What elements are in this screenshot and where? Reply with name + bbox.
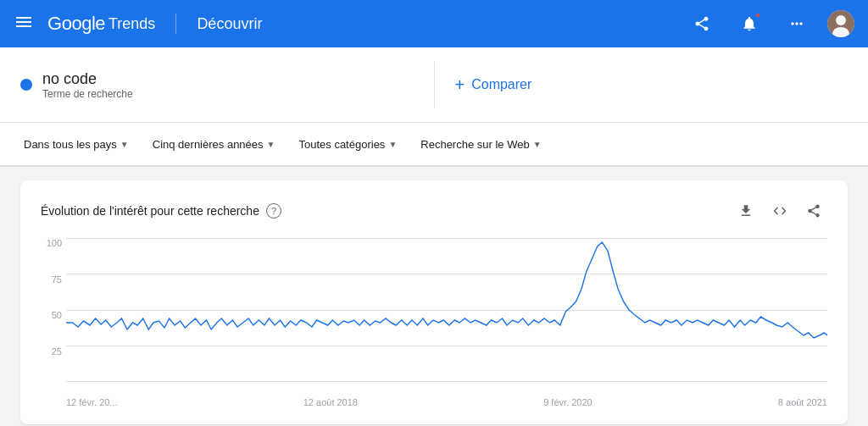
search-term-type: Terme de recherche — [42, 88, 133, 100]
main-content: Évolution de l'intérêt pour cette recher… — [0, 167, 868, 426]
filter-period-label: Cinq dernières années — [153, 138, 264, 151]
y-label-75: 75 — [41, 274, 62, 285]
y-label-100: 100 — [41, 238, 62, 248]
download-button[interactable] — [732, 197, 760, 224]
header-divider — [175, 14, 176, 34]
apps-button[interactable] — [780, 7, 814, 41]
page-title: Découvrir — [197, 15, 262, 33]
y-label-50: 50 — [41, 310, 62, 320]
google-logo-text: Google — [47, 13, 105, 35]
notification-button[interactable] — [732, 7, 766, 41]
header: Google Trends Découvrir — [0, 0, 868, 47]
filter-search-type-label: Recherche sur le Web — [420, 138, 529, 151]
embed-button[interactable] — [766, 197, 793, 224]
svg-point-1 — [836, 15, 846, 25]
filter-period[interactable]: Cinq dernières années ▼ — [142, 131, 286, 158]
google-trends-logo[interactable]: Google Trends — [47, 13, 155, 35]
x-axis: 12 févr. 20... 12 août 2018 9 févr. 2020… — [66, 397, 827, 407]
filter-country-label: Dans tous les pays — [24, 138, 117, 151]
filter-category-label: Toutes catégories — [298, 138, 385, 151]
compare-plus-icon: + — [455, 75, 465, 95]
filter-country[interactable]: Dans tous les pays ▼ — [14, 131, 139, 158]
search-area: no code Terme de recherche + Comparer — [0, 47, 868, 123]
chart-actions — [732, 197, 827, 224]
filter-search-type[interactable]: Recherche sur le Web ▼ — [410, 131, 551, 158]
avatar[interactable] — [827, 10, 854, 37]
filter-period-chevron: ▼ — [267, 140, 275, 149]
x-label-feb2020: 9 févr. 2020 — [543, 397, 593, 407]
filter-search-type-chevron: ▼ — [533, 140, 542, 149]
search-term-info: no code Terme de recherche — [42, 70, 133, 100]
chart-title-area: Évolution de l'intérêt pour cette recher… — [41, 203, 281, 219]
y-label-25: 25 — [41, 346, 62, 357]
menu-icon[interactable] — [14, 12, 34, 36]
search-term-container[interactable]: no code Terme de recherche — [0, 61, 435, 108]
y-axis: 100 75 50 25 — [41, 238, 62, 382]
chart-title: Évolution de l'intérêt pour cette recher… — [41, 204, 259, 218]
x-label-start: 12 févr. 20... — [66, 397, 118, 407]
filter-category[interactable]: Toutes catégories ▼ — [288, 131, 407, 158]
filter-country-chevron: ▼ — [120, 140, 129, 149]
term-color-dot — [20, 79, 32, 91]
trends-text: Trends — [108, 15, 155, 33]
compare-button[interactable]: + Comparer — [435, 69, 869, 102]
chart-line-svg — [66, 238, 827, 382]
chart-header: Évolution de l'intérêt pour cette recher… — [41, 197, 827, 224]
chart-card: Évolution de l'intérêt pour cette recher… — [20, 180, 848, 424]
x-label-aug2021: 8 août 2021 — [778, 397, 827, 407]
filter-category-chevron: ▼ — [388, 140, 397, 149]
help-icon[interactable]: ? — [266, 203, 281, 219]
x-label-aug2018: 12 août 2018 — [303, 397, 358, 407]
chart-area: 100 75 50 25 12 févr. — [66, 238, 827, 407]
compare-label: Comparer — [471, 77, 531, 92]
search-term-name: no code — [42, 70, 133, 88]
share-button[interactable] — [685, 7, 719, 41]
share-chart-button[interactable] — [800, 197, 827, 224]
filters-bar: Dans tous les pays ▼ Cinq dernières anné… — [0, 123, 868, 167]
notification-badge — [754, 12, 761, 19]
